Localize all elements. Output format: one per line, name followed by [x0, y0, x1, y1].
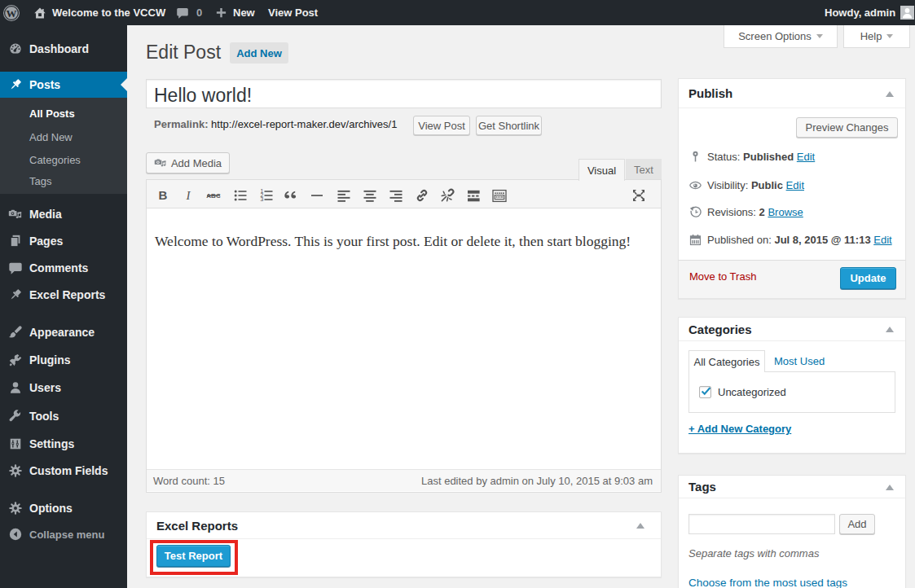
- svg-text:3: 3: [261, 196, 264, 202]
- svg-text:I: I: [186, 189, 191, 202]
- svg-text:B: B: [159, 188, 168, 202]
- svg-text:W: W: [7, 7, 17, 19]
